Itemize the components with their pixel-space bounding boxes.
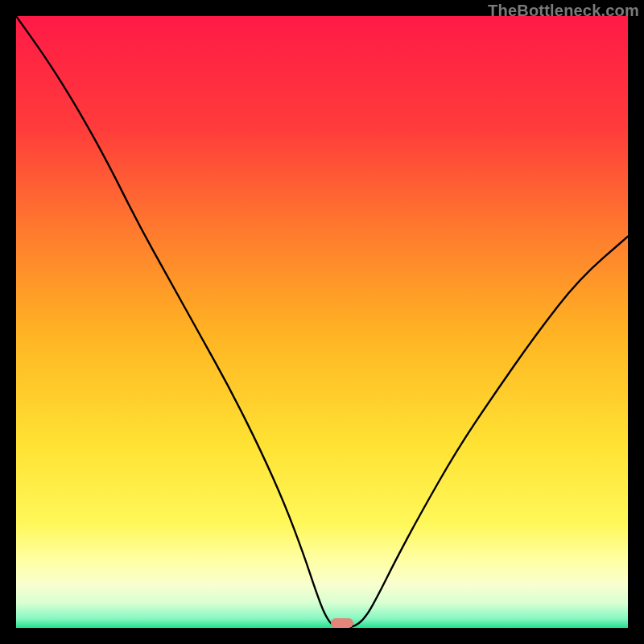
plot-area [16, 16, 628, 628]
chart-frame: TheBottleneck.com [0, 0, 644, 644]
optimum-marker [331, 618, 354, 628]
bottleneck-curve [16, 16, 628, 628]
watermark-text: TheBottleneck.com [488, 2, 639, 20]
